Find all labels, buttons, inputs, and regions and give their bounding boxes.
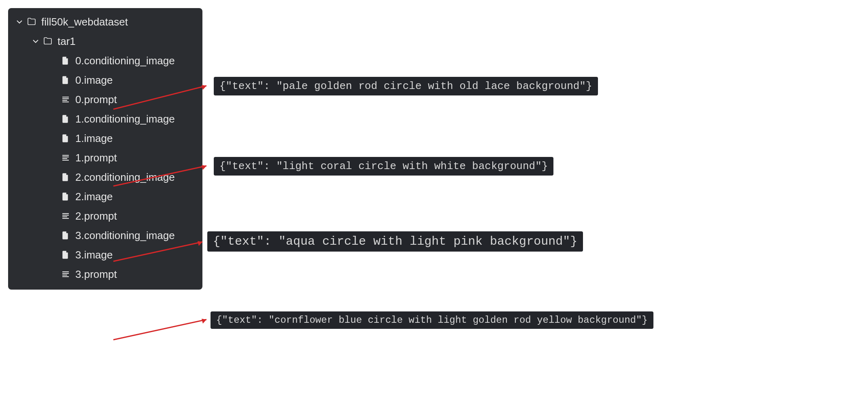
tree-file-2-prompt[interactable]: 2.prompt bbox=[8, 206, 202, 226]
file-icon bbox=[60, 56, 71, 66]
tree-file-label: 3.image bbox=[75, 249, 113, 261]
tree-file-0-prompt[interactable]: 0.prompt bbox=[8, 90, 202, 109]
tree-file-2-conditioning-image[interactable]: 2.conditioning_image bbox=[8, 167, 202, 187]
file-icon bbox=[60, 250, 71, 260]
tree-file-label: 1.prompt bbox=[75, 152, 117, 164]
chevron-down-icon bbox=[15, 19, 23, 25]
file-icon bbox=[60, 133, 71, 143]
tree-file-3-image[interactable]: 3.image bbox=[8, 245, 202, 265]
file-tree-panel: fill50k_webdataset tar1 0.conditioning_i… bbox=[8, 8, 202, 290]
file-icon bbox=[60, 231, 71, 240]
code-preview-content: {"text": "aqua circle with light pink ba… bbox=[213, 235, 577, 248]
tree-file-label: 1.conditioning_image bbox=[75, 113, 175, 125]
code-preview-2: {"text": "aqua circle with light pink ba… bbox=[207, 231, 583, 252]
folder-icon bbox=[26, 17, 37, 27]
text-file-icon bbox=[60, 95, 71, 104]
tree-file-label: 2.conditioning_image bbox=[75, 171, 175, 184]
chevron-down-icon bbox=[32, 38, 40, 44]
code-preview-1: {"text": "light coral circle with white … bbox=[214, 157, 553, 176]
tree-file-2-image[interactable]: 2.image bbox=[8, 187, 202, 206]
svg-marker-7 bbox=[202, 319, 206, 324]
tree-file-label: 2.prompt bbox=[75, 210, 117, 222]
tree-file-1-conditioning-image[interactable]: 1.conditioning_image bbox=[8, 109, 202, 129]
arrow-annotation bbox=[109, 316, 215, 345]
folder-icon bbox=[42, 36, 53, 46]
code-preview-0: {"text": "pale golden rod circle with ol… bbox=[214, 77, 598, 95]
tree-file-3-prompt[interactable]: 3.prompt bbox=[8, 265, 202, 284]
text-file-icon bbox=[60, 211, 71, 221]
code-preview-content: {"text": "pale golden rod circle with ol… bbox=[219, 80, 592, 92]
tree-file-label: 0.image bbox=[75, 74, 113, 87]
tree-file-0-conditioning-image[interactable]: 0.conditioning_image bbox=[8, 51, 202, 70]
tree-file-1-image[interactable]: 1.image bbox=[8, 129, 202, 148]
tree-folder-label: fill50k_webdataset bbox=[41, 16, 128, 28]
text-file-icon bbox=[60, 153, 71, 163]
tree-file-3-conditioning-image[interactable]: 3.conditioning_image bbox=[8, 226, 202, 245]
text-file-icon bbox=[60, 269, 71, 279]
svg-line-6 bbox=[113, 320, 206, 340]
tree-file-label: 1.image bbox=[75, 132, 113, 145]
tree-file-0-image[interactable]: 0.image bbox=[8, 70, 202, 90]
file-icon bbox=[60, 75, 71, 85]
file-icon bbox=[60, 172, 71, 182]
tree-file-label: 3.conditioning_image bbox=[75, 229, 175, 242]
file-icon bbox=[60, 114, 71, 124]
tree-folder-tar1[interactable]: tar1 bbox=[8, 32, 202, 51]
tree-file-label: 0.prompt bbox=[75, 93, 117, 106]
tree-file-label: 2.image bbox=[75, 191, 113, 203]
file-icon bbox=[60, 192, 71, 201]
tree-folder-label: tar1 bbox=[57, 35, 76, 48]
tree-file-label: 3.prompt bbox=[75, 268, 117, 281]
code-preview-content: {"text": "light coral circle with white … bbox=[219, 160, 548, 172]
tree-file-1-prompt[interactable]: 1.prompt bbox=[8, 148, 202, 167]
tree-folder-root[interactable]: fill50k_webdataset bbox=[8, 12, 202, 32]
code-preview-3: {"text": "cornflower blue circle with li… bbox=[211, 311, 653, 329]
code-preview-content: {"text": "cornflower blue circle with li… bbox=[216, 315, 648, 326]
tree-file-label: 0.conditioning_image bbox=[75, 55, 175, 67]
